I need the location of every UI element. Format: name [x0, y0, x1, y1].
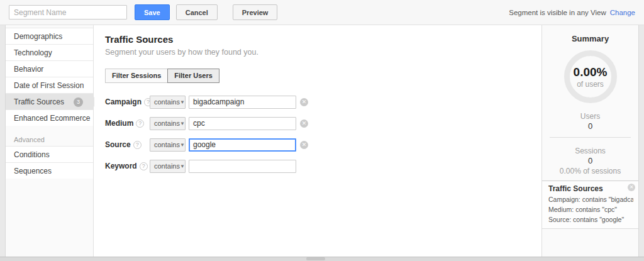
sidebar-item-sequences[interactable]: Sequences	[6, 162, 93, 179]
panel-subtitle: Segment your users by how they found you…	[105, 48, 541, 57]
clear-source-icon[interactable]: ✕	[300, 141, 308, 149]
segment-builder-body: Demographics Technology Behavior Date of…	[5, 25, 639, 257]
campaign-operator-dropdown[interactable]: contains ▼	[150, 96, 186, 109]
filter-summary-line: Medium: contains "cpc"	[548, 206, 633, 213]
operator-value: contains	[154, 141, 180, 148]
segment-builder-toolbar: Save Cancel Preview Segment is visible i…	[0, 0, 644, 25]
active-filters-summary: Traffic Sources ✕ Campaign: contains "bi…	[542, 180, 638, 229]
sessions-stat-label: Sessions	[542, 147, 638, 155]
row-label-wrap: Keyword ?	[105, 162, 150, 170]
source-label: Source	[105, 140, 131, 149]
clear-medium-icon[interactable]: ✕	[300, 119, 308, 128]
summary-divider	[550, 137, 631, 138]
operator-value: contains	[154, 98, 180, 106]
medium-label: Medium	[105, 119, 133, 128]
traffic-sources-panel: Traffic Sources Segment your users by ho…	[94, 25, 541, 257]
sessions-percent-text: 0.00% of sessions	[542, 167, 638, 175]
operator-value: contains	[154, 119, 180, 127]
campaign-value-input[interactable]	[189, 96, 296, 109]
sidebar-item-conditions[interactable]: Conditions	[6, 146, 93, 162]
filter-users-button[interactable]: Filter Users	[167, 69, 219, 83]
sidebar-item-technology[interactable]: Technology	[6, 44, 93, 60]
chevron-down-icon: ▼	[180, 121, 185, 126]
operator-value: contains	[154, 162, 180, 170]
chevron-down-icon: ▼	[180, 99, 185, 105]
preview-button[interactable]: Preview	[233, 4, 278, 20]
users-stat-value: 0	[542, 121, 638, 131]
keyword-operator-dropdown[interactable]: contains ▼	[150, 160, 186, 173]
segment-name-input[interactable]	[9, 5, 127, 19]
users-percentage-value: 0.00%	[574, 65, 608, 79]
medium-value-input[interactable]	[189, 117, 296, 130]
sidebar-item-demographics[interactable]: Demographics	[6, 28, 93, 44]
summary-panel: Summary 0.00% of users Users 0 Sessions …	[541, 25, 638, 257]
summary-title: Summary	[542, 34, 638, 43]
filter-mode-toggle: Filter Sessions Filter Users	[105, 69, 541, 83]
sessions-stat-value: 0	[542, 156, 638, 165]
medium-operator-dropdown[interactable]: contains ▼	[150, 117, 186, 130]
sidebar-section-advanced: Advanced	[6, 133, 93, 146]
filter-summary-line: Campaign: contains "bigadcampaign"	[548, 196, 633, 203]
cancel-button[interactable]: Cancel	[176, 4, 218, 20]
help-icon[interactable]: ?	[136, 119, 144, 128]
segment-visibility-text: Segment is visible in any View	[509, 9, 606, 16]
sidebar-item-date-of-first-session[interactable]: Date of First Session	[6, 77, 93, 93]
users-percentage-caption: of users	[577, 80, 604, 89]
medium-filter-row: Medium ? contains ▼ ✕	[105, 116, 541, 130]
users-percentage-ring: 0.00% of users	[564, 50, 617, 103]
row-label-wrap: Medium ?	[105, 119, 150, 128]
campaign-filter-row: Campaign ? contains ▼ ✕	[105, 95, 541, 109]
campaign-label: Campaign	[105, 97, 142, 106]
active-filters-title: Traffic Sources	[548, 184, 633, 193]
help-icon[interactable]: ?	[133, 141, 142, 149]
chevron-down-icon: ▼	[180, 142, 185, 148]
row-label-wrap: Source ?	[105, 140, 150, 149]
horizontal-scrollbar-thumb[interactable]	[306, 257, 325, 260]
panel-title: Traffic Sources	[105, 34, 541, 45]
filter-count-badge: 3	[74, 97, 83, 107]
save-button[interactable]: Save	[135, 4, 170, 20]
source-value-input[interactable]	[189, 138, 296, 152]
remove-filters-icon[interactable]: ✕	[628, 184, 635, 191]
clear-campaign-icon[interactable]: ✕	[300, 98, 308, 106]
keyword-filter-row: Keyword ? contains ▼	[105, 159, 541, 173]
sidebar-item-label: Traffic Sources	[14, 97, 64, 106]
keyword-label: Keyword	[105, 162, 137, 170]
page-bottom-edge	[0, 257, 644, 261]
segment-category-sidebar: Demographics Technology Behavior Date of…	[6, 25, 94, 257]
sidebar-item-traffic-sources[interactable]: Traffic Sources 3	[6, 93, 93, 109]
segment-visibility: Segment is visible in any ViewChange	[509, 9, 635, 16]
source-operator-dropdown[interactable]: contains ▼	[150, 138, 186, 152]
change-visibility-link[interactable]: Change	[610, 9, 635, 16]
users-stat-label: Users	[542, 112, 638, 121]
filter-summary-line: Source: contains "google"	[548, 216, 633, 223]
sidebar-item-enhanced-ecommerce[interactable]: Enhanced Ecommerce	[6, 109, 93, 126]
help-icon[interactable]: ?	[140, 162, 148, 170]
dimension-filter-rows: Campaign ? contains ▼ ✕ Medium ? contain…	[105, 95, 541, 173]
filter-sessions-button[interactable]: Filter Sessions	[105, 69, 168, 83]
chevron-down-icon: ▼	[180, 164, 185, 169]
row-label-wrap: Campaign ?	[105, 97, 150, 106]
sidebar-item-behavior[interactable]: Behavior	[6, 60, 93, 77]
keyword-value-input[interactable]	[189, 160, 296, 173]
source-filter-row: Source ? contains ▼ ✕	[105, 138, 541, 152]
